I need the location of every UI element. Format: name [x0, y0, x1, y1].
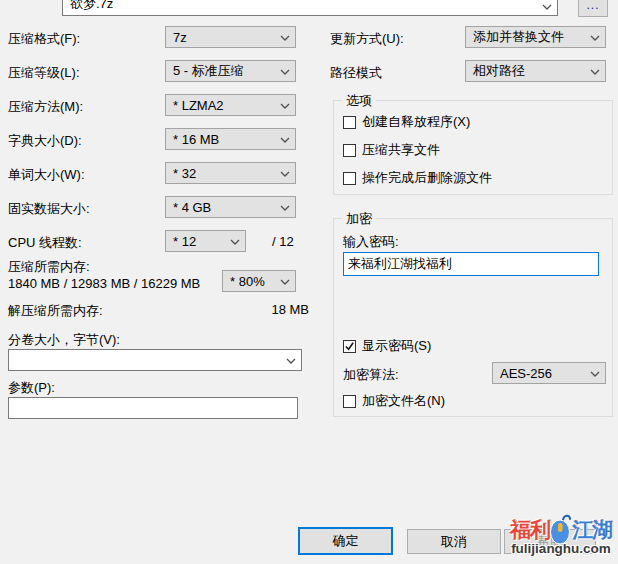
chevron-down-icon	[590, 371, 600, 377]
memory-percent-value: * 80%	[230, 274, 265, 289]
encryption-method-label: 加密算法:	[343, 366, 399, 384]
cancel-button-label: 取消	[441, 533, 467, 551]
delete-after-label: 操作完成后删除源文件	[362, 169, 492, 187]
method-label: 压缩方法(M):	[8, 98, 83, 116]
parameters-label: 参数(P):	[8, 379, 55, 397]
encryption-method-dropdown[interactable]: AES-256	[492, 362, 606, 384]
chevron-down-icon	[590, 69, 600, 75]
cpu-threads-dropdown[interactable]: * 12	[165, 230, 246, 252]
options-group-title: 选项	[342, 92, 376, 110]
update-mode-label: 更新方式(U):	[330, 30, 404, 48]
memory-decompress-label: 解压缩所需内存:	[8, 302, 103, 320]
memory-percent-dropdown[interactable]: * 80%	[222, 270, 296, 292]
word-size-value: * 32	[173, 166, 196, 181]
shared-files-label: 压缩共享文件	[362, 141, 440, 159]
chevron-down-icon	[286, 358, 296, 364]
path-mode-dropdown[interactable]: 相对路径	[465, 60, 606, 82]
checkbox-box[interactable]	[343, 116, 356, 129]
watermark-text-right: 江湖	[572, 519, 612, 540]
create-sfx-checkbox[interactable]: 创建自释放程序(X)	[343, 113, 470, 131]
watermark-domain: fulijianghu.com	[506, 542, 616, 556]
cpu-threads-value: * 12	[173, 234, 196, 249]
ok-button-label: 确定	[333, 532, 359, 550]
path-mode-value: 相对路径	[473, 62, 525, 80]
format-label: 压缩格式(F):	[8, 30, 80, 48]
encrypt-filenames-checkbox[interactable]: 加密文件名(N)	[343, 392, 445, 410]
path-mode-label: 路径模式	[330, 64, 382, 82]
browse-button-label: ...	[586, 0, 599, 12]
ok-button[interactable]: 确定	[298, 527, 393, 555]
chevron-down-icon	[280, 205, 290, 211]
dictionary-dropdown[interactable]: * 16 MB	[165, 128, 296, 150]
watermark-logo: 福利 江湖 fulijianghu.com	[506, 513, 616, 556]
chevron-down-icon	[542, 4, 552, 10]
word-size-label: 单词大小(W):	[8, 166, 85, 184]
password-label: 输入密码:	[343, 233, 399, 251]
archive-name-combobox[interactable]: 欲梦.7z	[62, 0, 558, 16]
update-mode-value: 添加并替换文件	[473, 28, 564, 46]
encryption-method-value: AES-256	[500, 366, 552, 381]
chevron-down-icon	[230, 239, 240, 245]
shared-files-checkbox[interactable]: 压缩共享文件	[343, 141, 440, 159]
checkbox-box[interactable]	[343, 395, 356, 408]
delete-after-checkbox[interactable]: 操作完成后删除源文件	[343, 169, 492, 187]
level-label: 压缩等级(L):	[8, 64, 80, 82]
chevron-down-icon	[280, 137, 290, 143]
dictionary-label: 字典大小(D):	[8, 132, 82, 150]
checkbox-box[interactable]	[343, 340, 356, 353]
word-size-dropdown[interactable]: * 32	[165, 162, 296, 184]
chevron-down-icon	[280, 103, 290, 109]
encryption-group-title: 加密	[342, 210, 376, 228]
cpu-threads-label: CPU 线程数:	[8, 234, 82, 252]
dictionary-value: * 16 MB	[173, 132, 219, 147]
cancel-button[interactable]: 取消	[407, 529, 501, 554]
parameters-input[interactable]	[8, 397, 298, 419]
checkbox-box[interactable]	[343, 172, 356, 185]
memory-compress-label: 压缩所需内存:	[8, 258, 90, 276]
level-value: 5 - 标准压缩	[173, 62, 244, 80]
chevron-down-icon	[590, 35, 600, 41]
solid-size-label: 固实数据大小:	[8, 200, 90, 218]
level-dropdown[interactable]: 5 - 标准压缩	[165, 60, 296, 82]
chevron-down-icon	[280, 171, 290, 177]
browse-button[interactable]: ...	[578, 0, 608, 17]
watermark-text-left: 福利	[510, 519, 550, 540]
password-input[interactable]	[343, 252, 599, 276]
chevron-down-icon	[280, 35, 290, 41]
memory-compress-detail: 1840 MB / 12983 MB / 16229 MB	[8, 276, 200, 291]
volume-size-label: 分卷大小，字节(V):	[8, 331, 120, 349]
cpu-threads-max: / 12	[272, 234, 294, 249]
format-dropdown[interactable]: 7z	[165, 26, 296, 48]
archive-name-value: 欲梦.7z	[70, 0, 113, 13]
chevron-down-icon	[280, 69, 290, 75]
solid-size-value: * 4 GB	[173, 200, 211, 215]
show-password-checkbox[interactable]: 显示密码(S)	[343, 337, 431, 355]
create-sfx-label: 创建自释放程序(X)	[362, 113, 470, 131]
show-password-label: 显示密码(S)	[362, 337, 431, 355]
chevron-down-icon	[280, 279, 290, 285]
method-dropdown[interactable]: * LZMA2	[165, 94, 296, 116]
update-mode-dropdown[interactable]: 添加并替换文件	[465, 26, 606, 48]
format-value: 7z	[173, 30, 187, 45]
checkbox-box[interactable]	[343, 144, 356, 157]
method-value: * LZMA2	[173, 98, 224, 113]
memory-decompress-value: 18 MB	[265, 302, 309, 317]
solid-size-dropdown[interactable]: * 4 GB	[165, 196, 296, 218]
volume-size-combobox[interactable]	[8, 349, 302, 371]
encrypt-filenames-label: 加密文件名(N)	[362, 392, 445, 410]
